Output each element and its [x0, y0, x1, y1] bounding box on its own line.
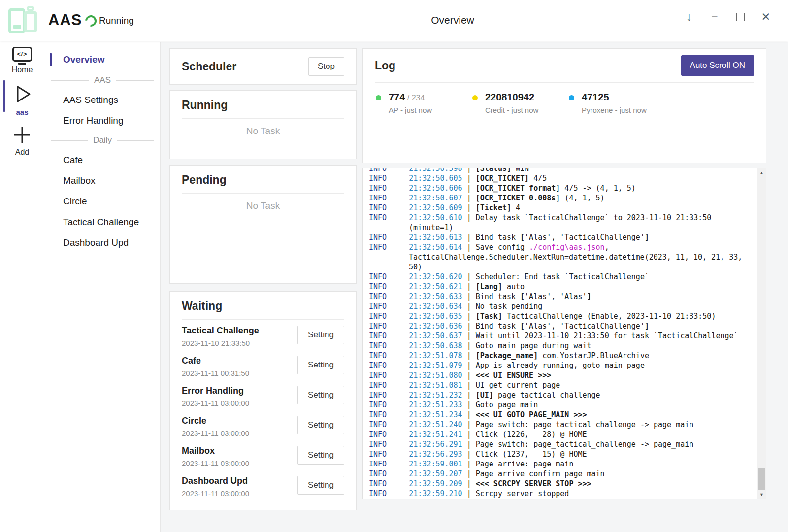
log-level: INFO — [369, 450, 387, 459]
stat-suffix: / 234 — [405, 94, 425, 102]
log-message-part: ./config\aas.json — [529, 243, 605, 252]
log-time: 21:32:50.634 — [409, 302, 462, 311]
log-time: 21:32:50.636 — [409, 322, 462, 331]
nav-rail: </> Home aas Add — [0, 42, 44, 532]
log-time: 21:32:59.001 — [409, 460, 462, 468]
log-level: INFO — [369, 332, 387, 340]
sidebar-item-error-handling[interactable]: Error Handling — [45, 110, 160, 131]
task-setting-button[interactable]: Setting — [297, 476, 344, 495]
log-level: INFO — [369, 168, 387, 173]
log-title: Log — [375, 59, 395, 72]
log-stat: 774 / 234AP - just now — [375, 92, 471, 114]
play-icon — [11, 83, 33, 105]
log-message-part: ] — [587, 292, 591, 301]
scroll-up-icon[interactable]: ▲ — [757, 168, 766, 177]
log-entry: INFO 21:32:50.636 | Bind task ['Alas', '… — [369, 321, 743, 331]
log-stat: 220810942Credit - just now — [471, 92, 568, 114]
sidebar-item-overview[interactable]: Overview — [45, 48, 160, 71]
scheduler-stop-button[interactable]: Stop — [308, 57, 344, 76]
log-entry: INFO 21:32:50.609 | [Ticket] 4 — [369, 203, 743, 213]
task-setting-button[interactable]: Setting — [297, 356, 344, 374]
waiting-task-next-run: 2023-11-10 21:33:50 — [182, 339, 259, 347]
sidebar-item-circle[interactable]: Circle — [45, 191, 160, 212]
log-scrollbar[interactable]: ▲ ▼ — [757, 168, 766, 499]
stat-dot-icon — [472, 95, 478, 100]
log-time: 21:32:51.078 — [409, 351, 462, 360]
log-time: 21:32:51.240 — [409, 420, 462, 429]
log-message-part: com.YostarJP.BlueArchive — [538, 351, 649, 360]
pending-empty-text: No Task — [182, 200, 344, 211]
log-message-part: ] — [645, 322, 649, 331]
task-setting-button[interactable]: Setting — [297, 416, 344, 434]
waiting-task-row: Cafe2023-11-11 00:31:50Setting — [182, 356, 344, 381]
log-entry: INFO 21:32:50.613 | Bind task ['Alas', '… — [369, 233, 743, 242]
auto-scroll-toggle-button[interactable]: Auto Scroll ON — [681, 55, 754, 76]
log-level: INFO — [369, 174, 387, 183]
nav-item-home[interactable]: </> Home — [0, 42, 44, 78]
log-level: INFO — [369, 184, 387, 193]
task-setting-button[interactable]: Setting — [297, 446, 344, 465]
log-time: 21:32:56.291 — [409, 440, 462, 449]
log-level: INFO — [369, 440, 387, 449]
scroll-down-icon[interactable]: ▼ — [757, 490, 766, 499]
sidebar-item-aas-settings[interactable]: AAS Settings — [45, 90, 160, 110]
waiting-task-row: Dashboard Upd2023-11-11 03:00:00Setting — [182, 476, 344, 501]
log-entry: INFO 21:32:50.634 | No task pending — [369, 301, 743, 311]
app-name: AAS — [48, 11, 82, 29]
task-setting-button[interactable]: Setting — [297, 386, 344, 404]
stat-text: 47125Pyroxene - just now — [582, 92, 647, 114]
nav-add-label: Add — [0, 148, 44, 157]
log-entry: INFO 21:32:51.232 | [UI] page_tactical_c… — [369, 390, 743, 400]
hide-button[interactable]: ↓ — [676, 5, 702, 28]
log-level: INFO — [369, 322, 387, 331]
log-entry: INFO 21:32:59.210 | Scrcpy server stoppe… — [369, 489, 743, 499]
log-time: 21:32:50.610 — [409, 213, 462, 222]
log-viewer[interactable]: INFO 21:32:50.598 | [Status] WININFO 21:… — [362, 168, 766, 499]
scrollbar-thumb[interactable] — [758, 468, 765, 490]
running-card: Running No Task — [169, 90, 357, 159]
log-entry: INFO 21:32:50.635 | [Task] TacticalChall… — [369, 311, 743, 321]
log-message-part: TacticalChallenge (Enable, 2023-11-10 21… — [502, 312, 716, 321]
sidebar-overview-label: Overview — [45, 54, 105, 65]
log-level: INFO — [369, 213, 387, 222]
log-time: 21:32:51.081 — [409, 381, 462, 390]
sidebar-item-mailbox[interactable]: Mailbox — [45, 170, 160, 191]
log-level: INFO — [369, 302, 387, 311]
log-entry: INFO 21:32:51.081 | UI get current page — [369, 380, 743, 390]
log-message-part: [UI] — [476, 391, 493, 399]
log-time: 21:32:50.614 — [409, 243, 462, 252]
waiting-task-name: Error Handling — [182, 386, 249, 396]
log-message-part: Click (1226, 28) @ HOME — [476, 430, 587, 439]
log-time: 21:32:59.207 — [409, 469, 462, 478]
log-time: 21:32:50.609 — [409, 203, 462, 212]
log-message-part: UI get current page — [476, 381, 560, 390]
minimize-button[interactable]: − — [702, 5, 727, 28]
window-controls: ↓ − ✕ — [676, 5, 779, 28]
maximize-button[interactable] — [727, 5, 753, 28]
close-button[interactable]: ✕ — [753, 5, 779, 28]
task-setting-button[interactable]: Setting — [297, 326, 344, 344]
sidebar-item-dashboard-upd[interactable]: Dashboard Upd — [45, 233, 160, 253]
sidebar-group-divider: AAS — [45, 71, 160, 90]
log-entry: INFO 21:32:51.078 | [Package_name] com.Y… — [369, 351, 743, 361]
sidebar-item-tactical-challenge[interactable]: Tactical Challenge — [45, 212, 160, 233]
waiting-task-row: Tactical Challenge2023-11-10 21:33:50Set… — [182, 326, 344, 351]
log-message-part: [Status] — [476, 168, 511, 173]
log-message-part: Page switch: page_tactical_challenge -> … — [476, 440, 694, 449]
nav-item-aas[interactable]: aas — [0, 78, 44, 120]
log-message-part: [Ticket] — [476, 203, 511, 212]
log-time: 21:32:51.241 — [409, 430, 462, 439]
waiting-task-name: Tactical Challenge — [182, 326, 259, 336]
log-entry: INFO 21:32:50.633 | Bind task ['Alas', '… — [369, 292, 743, 301]
log-entry: INFO 21:32:59.209 | <<< SCRCPY SERVER ST… — [369, 479, 743, 489]
log-entry: INFO 21:32:51.233 | Goto page_main — [369, 400, 743, 410]
log-message-part: WIN — [511, 168, 529, 173]
sidebar-item-cafe[interactable]: Cafe — [45, 150, 160, 170]
waiting-task-info: Cafe2023-11-11 00:31:50 — [182, 356, 249, 377]
log-level: INFO — [369, 233, 387, 242]
log-time: 21:32:50.605 — [409, 174, 462, 183]
close-icon: ✕ — [761, 10, 770, 24]
nav-item-add[interactable]: Add — [0, 120, 44, 161]
sidebar: Overview AASAAS SettingsError HandlingDa… — [45, 42, 161, 532]
waiting-task-info: Circle2023-11-11 03:00:00 — [182, 416, 249, 437]
